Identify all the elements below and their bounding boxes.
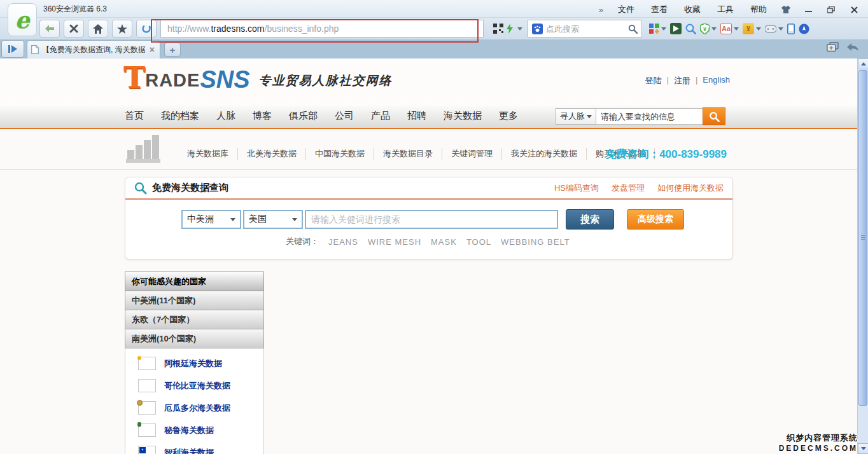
- font-helper-chevron-icon[interactable]: [734, 27, 739, 31]
- tab-close-icon[interactable]: ×: [148, 45, 156, 55]
- menu-help[interactable]: 帮助: [745, 2, 773, 17]
- scroll-up-button[interactable]: [858, 58, 868, 69]
- nav-blog[interactable]: 博客: [253, 110, 272, 122]
- photo-search-icon[interactable]: [685, 24, 696, 34]
- colombia-customs-link[interactable]: 哥伦比亚海关数据: [164, 380, 230, 392]
- lightning-icon[interactable]: [504, 23, 515, 34]
- security-shield-icon[interactable]: ¥: [700, 24, 717, 34]
- address-bar[interactable]: http://www.tradesns.com/business_info.ph…: [160, 20, 484, 38]
- tab-list-button[interactable]: [1, 40, 24, 58]
- nav-company[interactable]: 公司: [335, 110, 354, 122]
- country-select[interactable]: 美国: [243, 210, 303, 229]
- category-chevron-icon: [587, 115, 592, 118]
- login-link[interactable]: 登陆: [645, 75, 662, 86]
- coupon-icon[interactable]: ¥: [743, 23, 761, 34]
- search-engine-icon[interactable]: [532, 24, 543, 34]
- gamepad-icon[interactable]: [765, 25, 783, 33]
- nav-products[interactable]: 产品: [371, 110, 390, 122]
- new-window-icon[interactable]: [827, 42, 839, 52]
- offer-mgmt-link[interactable]: 发盘管理: [612, 182, 645, 194]
- favorites-star-button[interactable]: [112, 20, 132, 38]
- subnav-followed[interactable]: 我关注的海关数据: [502, 148, 587, 160]
- nav-connections[interactable]: 人脉: [216, 110, 235, 122]
- subnav-china[interactable]: 中国海关数据: [306, 148, 374, 160]
- apps-grid-icon[interactable]: [649, 24, 666, 34]
- scroll-down-button[interactable]: [858, 443, 868, 454]
- shield-chevron-icon[interactable]: [711, 27, 717, 31]
- chile-customs-link[interactable]: 智利海关数据: [164, 447, 214, 454]
- page-scrollbar[interactable]: [857, 58, 868, 454]
- site-logo[interactable]: TRADESNS 专业贸易人脉社交网络: [123, 65, 393, 90]
- nav-home[interactable]: 首页: [125, 110, 144, 122]
- toolbar-search-input[interactable]: [546, 24, 625, 34]
- back-button[interactable]: [39, 20, 60, 38]
- advanced-search-button[interactable]: 高级搜索: [627, 209, 684, 230]
- navigator-icon[interactable]: [799, 24, 809, 34]
- stop-button[interactable]: [64, 20, 84, 38]
- dedecms-watermark: 织梦内容管理系统 DEDECMS.COM: [779, 432, 858, 453]
- refresh-button[interactable]: [136, 20, 157, 38]
- nav-jobs[interactable]: 招聘: [407, 110, 426, 122]
- coupon-chevron-icon[interactable]: [756, 27, 761, 31]
- undo-closed-tab-icon[interactable]: [846, 43, 859, 52]
- subnav-keyword-mgmt[interactable]: 关键词管理: [442, 148, 502, 160]
- nav-more[interactable]: 更多: [499, 110, 518, 122]
- nav-search-input[interactable]: [596, 108, 703, 125]
- keyword-wire-mesh[interactable]: WIRE MESH: [368, 237, 421, 247]
- language-link[interactable]: English: [703, 75, 730, 86]
- menu-view[interactable]: 查看: [645, 2, 673, 17]
- scrollbar-thumb[interactable]: [858, 70, 867, 406]
- nav-search: 寻人脉: [556, 107, 725, 125]
- close-button[interactable]: [845, 3, 863, 16]
- sidebar-group-eastern-europe[interactable]: 东欧（7个国家）: [125, 310, 264, 329]
- home-button[interactable]: [88, 20, 108, 38]
- toolbar-overflow-icon[interactable]: »: [595, 5, 607, 15]
- keyword-input[interactable]: [305, 210, 558, 229]
- argentina-customs-link[interactable]: 阿根廷海关数据: [164, 358, 222, 369]
- country-chevron-icon: [292, 218, 297, 221]
- hs-code-link[interactable]: HS编码查询: [554, 182, 599, 194]
- tab-active[interactable]: 【免费海关数据查询, 海关数据 ×: [27, 40, 160, 58]
- subnav-customs-db[interactable]: 海关数据库: [178, 148, 238, 160]
- nav-profile[interactable]: 我的档案: [161, 110, 199, 122]
- skin-icon[interactable]: [778, 3, 794, 16]
- window-title: 360安全浏览器 6.3: [43, 4, 107, 15]
- peru-customs-link[interactable]: 秘鲁海关数据: [164, 425, 214, 436]
- subnav-directory[interactable]: 海关数据目录: [374, 148, 442, 160]
- bar-chart-icon: [126, 135, 163, 163]
- restore-button[interactable]: [822, 3, 840, 16]
- minimize-button[interactable]: [799, 3, 817, 16]
- new-tab-button[interactable]: +: [164, 43, 181, 57]
- keyword-mask[interactable]: MASK: [431, 237, 457, 247]
- menu-file[interactable]: 文件: [612, 2, 640, 17]
- menu-tools[interactable]: 工具: [711, 2, 739, 17]
- sidebar-group-central-america[interactable]: 中美洲(11个国家): [125, 291, 264, 310]
- site-header: TRADESNS 专业贸易人脉社交网络 登陆 | 注册 | English: [0, 58, 857, 104]
- ecuador-flag-icon: [138, 401, 156, 415]
- register-link[interactable]: 注册: [674, 75, 690, 86]
- keyword-tool[interactable]: TOOL: [466, 237, 491, 247]
- toolbar-chevron-icon[interactable]: [517, 27, 522, 31]
- ecuador-customs-link[interactable]: 厄瓜多尔海关数据: [164, 402, 230, 414]
- region-select[interactable]: 中美洲: [181, 210, 241, 229]
- subnav-north-america[interactable]: 北美海关数据: [238, 148, 306, 160]
- font-helper-icon[interactable]: Aa: [720, 23, 739, 34]
- qr-code-icon[interactable]: [493, 23, 504, 34]
- search-category-select[interactable]: 寻人脉: [556, 108, 596, 125]
- keyword-jeans[interactable]: JEANS: [328, 237, 358, 247]
- mobile-phone-icon[interactable]: [787, 24, 795, 34]
- browser-logo[interactable]: e: [8, 3, 37, 36]
- menu-favorites[interactable]: 收藏: [678, 2, 706, 17]
- toolbar-search-box[interactable]: [528, 20, 642, 38]
- how-to-link[interactable]: 如何使用海关数据: [657, 182, 724, 194]
- nav-customs-data[interactable]: 海关数据: [444, 110, 482, 122]
- nav-club[interactable]: 俱乐部: [289, 110, 318, 122]
- video-icon[interactable]: [670, 23, 682, 34]
- nav-search-button[interactable]: [703, 107, 725, 125]
- gamepad-chevron-icon[interactable]: [778, 27, 783, 31]
- apps-grid-chevron-icon[interactable]: [661, 27, 666, 31]
- search-button[interactable]: 搜索: [566, 209, 614, 230]
- keyword-webbing-belt[interactable]: WEBBING BELT: [501, 237, 570, 247]
- sidebar-group-south-america[interactable]: 南美洲(10个国家): [125, 329, 264, 348]
- toolbar-search-go-icon[interactable]: [628, 24, 638, 34]
